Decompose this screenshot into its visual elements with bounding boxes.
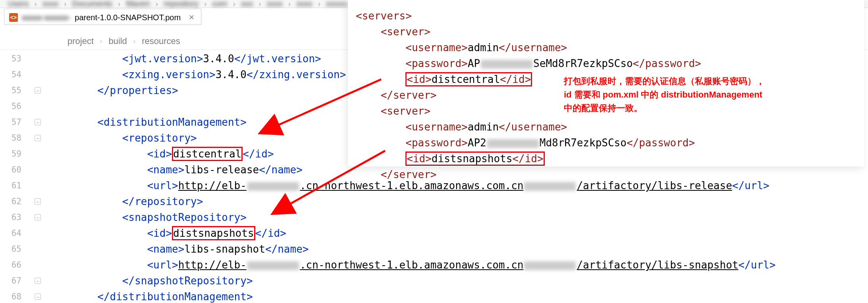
line-number: 61 <box>0 181 28 190</box>
code-line: <password>AP2Md8rR7ezkpSCso</password> <box>348 135 864 151</box>
code-line[interactable]: 64 <id>distsnapshots</id> <box>0 225 868 241</box>
breadcrumb-segment[interactable]: build <box>108 36 127 46</box>
annotation-text: 打包到私服时，需要的认证信息（私服账号密码）， id 需要和 pom.xml 中… <box>564 75 765 115</box>
code-line: <username>admin</username> <box>348 40 864 56</box>
highlighted-id-distcentral: distcentral <box>172 147 243 161</box>
highlighted-id-distcentral: <id>distcentral</id> <box>405 72 532 86</box>
xml-file-icon: <> <box>9 13 18 22</box>
fold-icon[interactable]: – <box>35 87 41 94</box>
code-line: <username>admin</username> <box>348 119 864 135</box>
line-number: 67 <box>0 276 28 286</box>
code-line: <servers> <box>348 8 864 24</box>
code-line: <id>distsnapshots</id> <box>348 151 864 167</box>
line-number: 53 <box>0 54 28 63</box>
line-number: 66 <box>0 260 28 270</box>
breadcrumb-segment[interactable]: project <box>68 36 94 46</box>
line-number: 63 <box>0 213 28 222</box>
code-line: <server> <box>348 24 864 40</box>
code-line[interactable]: 63– <snapshotRepository> <box>0 209 868 225</box>
line-number: 59 <box>0 149 28 159</box>
fold-icon[interactable]: – <box>35 198 41 205</box>
line-number: 65 <box>0 244 28 254</box>
code-line[interactable]: 67– </snapshotRepository> <box>0 273 868 289</box>
line-number: 64 <box>0 228 28 238</box>
close-icon[interactable]: ✕ <box>189 13 195 22</box>
file-tab-label: parent-1.0.0-SNAPSHOT.pom <box>75 13 181 22</box>
line-number: 60 <box>0 165 28 175</box>
fold-icon[interactable]: – <box>35 119 41 125</box>
line-number: 55 <box>0 86 28 95</box>
line-number: 57 <box>0 117 28 127</box>
highlighted-id-distsnapshots: <id>distsnapshots</id> <box>405 152 544 166</box>
code-line[interactable]: 65 <name>libs-snapshot</name> <box>0 241 868 257</box>
file-tab-blur: xxxxx-xxxxxx- <box>22 13 71 22</box>
code-line: <password>APSeMd8rR7ezkpSCso</password> <box>348 56 864 71</box>
line-number: 58 <box>0 133 28 143</box>
file-tab[interactable]: <> xxxxx-xxxxxx-parent-1.0.0-SNAPSHOT.po… <box>4 9 201 25</box>
code-line: </server> <box>348 167 864 182</box>
breadcrumb-segment[interactable]: resources <box>142 36 180 46</box>
line-number: 62 <box>0 197 28 206</box>
code-line[interactable]: 62– </repository> <box>0 194 868 209</box>
fold-icon[interactable]: – <box>35 278 41 284</box>
fold-icon[interactable]: – <box>35 293 41 300</box>
fold-icon[interactable]: – <box>35 135 41 141</box>
fold-icon[interactable]: – <box>35 214 41 221</box>
code-line[interactable]: 68– </distributionManagement> <box>0 289 868 303</box>
highlighted-id-distsnapshots: distsnapshots <box>172 226 255 240</box>
code-line[interactable]: 66 <url>http://elb-.cn-northwest-1.elb.a… <box>0 257 868 273</box>
line-number: 68 <box>0 292 28 301</box>
line-number: 54 <box>0 70 28 79</box>
line-number: 56 <box>0 102 28 111</box>
